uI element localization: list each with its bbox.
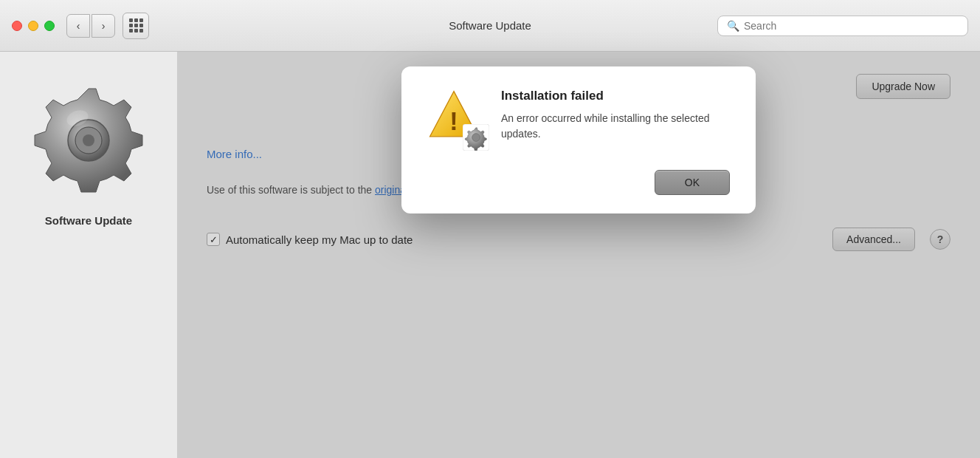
window-title: Software Update [449,19,531,32]
titlebar: ‹ › Software Update 🔍 [0,0,980,52]
search-bar[interactable]: 🔍 [717,16,968,36]
main-content: Software Update Upgrade Now More info...… [0,52,980,458]
modal-overlay: ! [177,52,980,458]
modal-message: An error occurred while installing the s… [501,111,730,142]
modal-title: Installation failed [501,89,730,103]
traffic-lights [12,21,55,31]
modal-footer: OK [427,170,730,195]
modal-body: ! [427,89,730,148]
back-button[interactable]: ‹ [66,14,90,38]
svg-text:!: ! [449,107,458,135]
ok-button[interactable]: OK [655,170,730,195]
svg-point-2 [83,134,94,146]
grid-view-button[interactable] [122,13,149,39]
grid-icon [129,18,143,33]
modal-text-content: Installation failed An error occurred wh… [501,89,730,148]
search-icon: 🔍 [727,20,739,32]
forward-button[interactable]: › [92,14,115,38]
svg-point-7 [472,134,480,142]
right-panel: Upgrade Now More info... Use of this sof… [177,52,980,458]
minimize-button[interactable] [28,21,38,31]
gear-overlay-icon [463,124,489,151]
search-input[interactable] [744,20,959,32]
installation-failed-dialog: ! [401,66,756,213]
close-button[interactable] [12,21,22,31]
app-icon [30,81,148,199]
sidebar-label: Software Update [45,214,132,227]
modal-icon-area: ! [427,89,486,148]
maximize-button[interactable] [44,21,55,31]
sidebar: Software Update [0,52,177,458]
nav-buttons: ‹ › [66,14,115,38]
